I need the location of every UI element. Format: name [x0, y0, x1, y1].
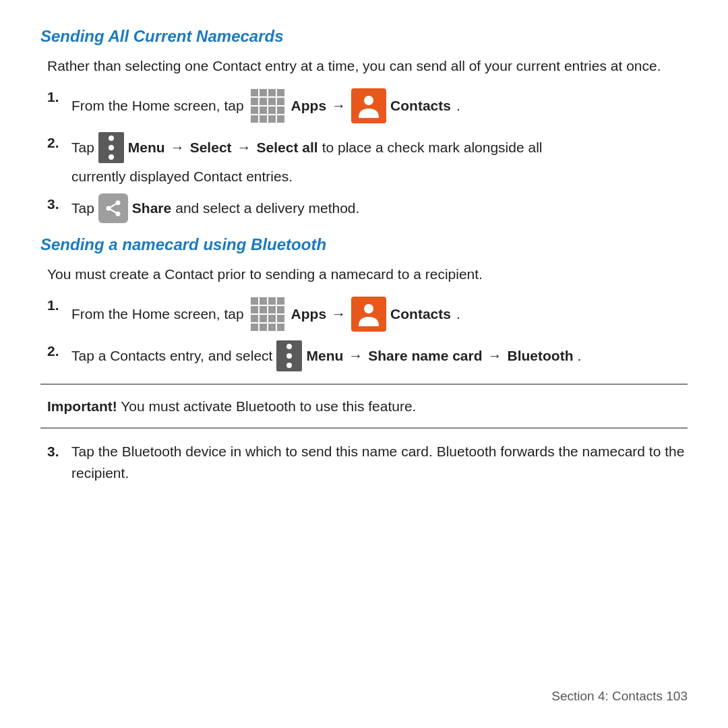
apps-label-1: Apps: [291, 95, 327, 117]
step3-bluetooth-list: 3. Tap the Bluetooth device in which to …: [47, 441, 688, 483]
intro-sending-all: Rather than selecting one Contact entry …: [47, 55, 688, 77]
arrow-2a: →: [171, 137, 185, 158]
footer-text: Section 4: Contacts 103: [551, 689, 688, 703]
steps-sending-bluetooth: 1. From the Home screen, tap Apps →: [47, 295, 688, 371]
step-bt2-text-before: Tap a Contacts entry, and select: [71, 345, 272, 367]
arrow-2b: →: [237, 137, 251, 158]
step-2-tap: Tap: [71, 137, 94, 158]
heading-sending-all: Sending All Current Namecards: [40, 27, 688, 46]
apps-icon-2: [248, 295, 287, 334]
step-num-bt2: 2.: [47, 340, 71, 362]
share-name-card-label: Share name card: [368, 345, 482, 367]
step-3-tap: Tap: [71, 198, 94, 219]
step-bt1-content: From the Home screen, tap Apps →: [71, 295, 462, 334]
contacts-label-2: Contacts: [390, 303, 451, 325]
step-bt3-text: Tap the Bluetooth device in which to sen…: [71, 441, 688, 483]
step-1-sending-all: 1. From the Home screen, tap Apps →: [47, 86, 688, 125]
arrow-1a: →: [332, 95, 346, 117]
page: Sending All Current Namecards Rather tha…: [0, 0, 728, 728]
important-text: You must activate Bluetooth to use this …: [117, 398, 417, 414]
svg-point-2: [106, 206, 111, 211]
step-bt1-text-before: From the Home screen, tap: [71, 303, 244, 325]
step-2-bluetooth: 2. Tap a Contacts entry, and select Menu…: [47, 340, 688, 371]
apps-icon-1: [248, 86, 287, 125]
select-all-label-1: Select all: [257, 137, 318, 158]
arrow-bt2b: →: [488, 345, 502, 367]
step-3-bluetooth: 3. Tap the Bluetooth device in which to …: [47, 441, 688, 483]
steps-sending-all: 1. From the Home screen, tap Apps →: [47, 86, 688, 224]
share-icon-1: [98, 193, 128, 223]
step-3-text-after: and select a delivery method.: [175, 198, 359, 219]
menu-label-1: Menu: [128, 137, 165, 158]
step-2-content: Tap Menu → Select → Select all to place …: [71, 132, 542, 187]
step-bt2-content: Tap a Contacts entry, and select Menu → …: [71, 340, 581, 371]
contacts-icon-1: [351, 88, 386, 123]
arrow-bt1a: →: [332, 303, 346, 325]
select-label-1: Select: [190, 137, 232, 158]
period: .: [578, 345, 582, 367]
share-label-1: Share: [132, 198, 171, 219]
step-2-text1: to place a check mark alongside all: [322, 137, 543, 158]
step-1-text-before: From the Home screen, tap: [71, 95, 244, 117]
section-sending-bluetooth: Sending a namecard using Bluetooth You m…: [40, 235, 688, 371]
bluetooth-label: Bluetooth: [508, 345, 574, 367]
menu-label-bt2: Menu: [306, 345, 343, 367]
contacts-icon-2: [351, 297, 386, 332]
section-sending-all: Sending All Current Namecards Rather tha…: [40, 27, 688, 223]
important-label: Important!: [47, 398, 117, 414]
svg-line-4: [111, 210, 116, 213]
arrow-bt1b: .: [456, 303, 460, 325]
important-box: Important! You must activate Bluetooth t…: [40, 384, 688, 429]
svg-point-0: [364, 96, 373, 105]
arrow-bt2a: →: [348, 345, 363, 367]
menu-icon-2: [276, 340, 302, 371]
step-num-bt1: 1.: [47, 295, 71, 316]
apps-label-2: Apps: [291, 303, 327, 325]
svg-point-3: [115, 212, 120, 216]
step-3-content: Tap Share and select a delivery method.: [71, 193, 359, 223]
step-num-1: 1.: [47, 86, 71, 108]
step-1-content: From the Home screen, tap Apps →: [71, 86, 462, 125]
step-1-bluetooth: 1. From the Home screen, tap Apps →: [47, 295, 688, 334]
step-2-sending-all: 2. Tap Menu → Select → S: [47, 132, 688, 187]
menu-icon-1: [98, 132, 124, 163]
heading-sending-bluetooth: Sending a namecard using Bluetooth: [40, 235, 688, 254]
step-num-bt3: 3.: [47, 441, 71, 462]
contacts-label-1: Contacts: [390, 95, 451, 117]
svg-point-6: [364, 304, 373, 313]
step-3-sending-all: 3. Tap Share and select a d: [47, 193, 688, 223]
step-num-3: 3.: [47, 193, 71, 215]
svg-line-5: [111, 204, 116, 208]
step-2-line1: Tap Menu → Select → Select all to place …: [71, 132, 542, 163]
svg-point-1: [115, 200, 120, 205]
arrow-1b: .: [456, 95, 460, 117]
step-2-line2: currently displayed Contact entries.: [71, 166, 542, 187]
intro-sending-bluetooth: You must create a Contact prior to sendi…: [47, 264, 688, 285]
footer: Section 4: Contacts 103: [551, 689, 688, 704]
step-num-2: 2.: [47, 132, 71, 154]
